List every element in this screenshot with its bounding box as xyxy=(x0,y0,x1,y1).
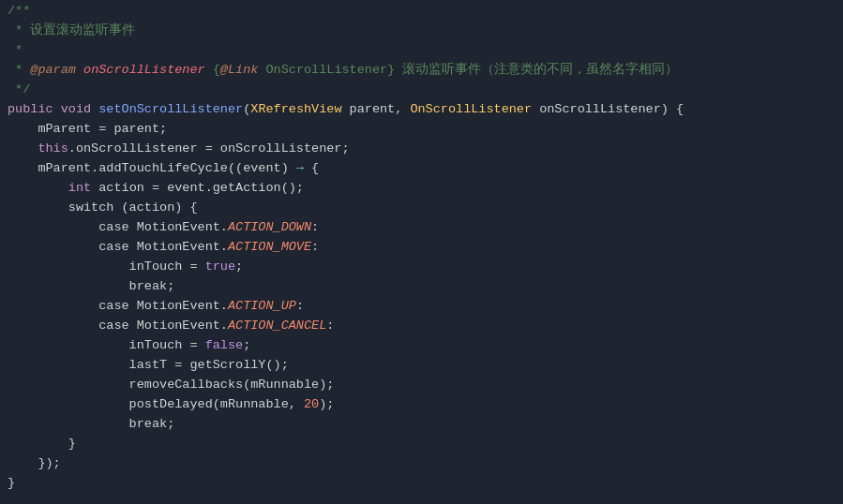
code-token: action = event.getAction(); xyxy=(91,181,304,195)
code-line: removeCallbacks(mRunnable); xyxy=(8,376,843,395)
code-token: case MotionEvent. xyxy=(8,299,228,313)
code-token: public xyxy=(8,102,53,116)
code-token: int xyxy=(68,181,91,195)
code-line: switch (action) { xyxy=(8,199,843,218)
code-line: */ xyxy=(8,81,843,100)
code-token: XRefreshView xyxy=(250,102,341,116)
code-token: * 设置滚动监听事件 xyxy=(8,23,135,37)
code-token: .onScrollListener = onScrollListener; xyxy=(68,141,350,156)
code-token: mParent.addTouchLifeCycle((event) xyxy=(8,161,296,175)
code-token: ACTION_UP xyxy=(228,299,296,313)
code-token: * xyxy=(8,63,30,77)
code-token xyxy=(8,141,38,156)
code-token: case MotionEvent. xyxy=(8,220,228,234)
code-token: @param xyxy=(30,63,76,77)
code-token: * xyxy=(8,43,23,57)
code-line: inTouch = false; xyxy=(8,336,843,356)
code-token: ; xyxy=(243,338,250,352)
code-line: inTouch = true; xyxy=(8,258,843,277)
code-token: mParent = parent; xyxy=(8,122,167,136)
code-editor: /** * 设置滚动监听事件 * * @param onScrollListen… xyxy=(0,0,843,504)
code-token: onScrollListener) { xyxy=(532,102,684,116)
code-line: mParent = parent; xyxy=(8,120,843,140)
code-line: case MotionEvent.ACTION_DOWN: xyxy=(8,218,843,238)
code-token: ); xyxy=(319,397,334,411)
code-token: : xyxy=(326,319,334,333)
code-line: * @param onScrollListener {@Link OnScrol… xyxy=(8,61,843,81)
code-token: break; xyxy=(8,417,174,431)
code-token: ACTION_CANCEL xyxy=(228,319,326,333)
code-token: onScrollListener xyxy=(83,63,205,77)
code-token: case MotionEvent. xyxy=(8,319,228,333)
code-line: postDelayed(mRunnable, 20); xyxy=(8,395,843,415)
code-line: public void setOnScrollListener(XRefresh… xyxy=(8,100,843,120)
code-token: : xyxy=(311,220,319,234)
code-token: inTouch = xyxy=(8,338,205,352)
code-token: ; xyxy=(235,259,243,274)
code-token: parent, xyxy=(342,102,411,116)
code-line: case MotionEvent.ACTION_UP: xyxy=(8,297,843,317)
code-token: → xyxy=(296,161,304,175)
code-line: * xyxy=(8,41,843,61)
code-token xyxy=(76,63,83,77)
code-content: /** * 设置滚动监听事件 * * @param onScrollListen… xyxy=(0,0,843,504)
code-token: 20 xyxy=(304,397,319,411)
code-line: } xyxy=(8,435,843,454)
code-line: * 设置滚动监听事件 xyxy=(8,22,843,41)
code-token: case MotionEvent. xyxy=(8,240,228,254)
code-token: OnScrollListener xyxy=(410,102,532,116)
code-token: : xyxy=(311,240,319,254)
code-token: postDelayed(mRunnable, xyxy=(8,397,304,411)
code-line: /** xyxy=(8,2,843,22)
code-token: inTouch = xyxy=(8,259,205,274)
code-token: setOnScrollListener xyxy=(98,102,243,116)
code-token: { xyxy=(304,161,319,175)
code-line: case MotionEvent.ACTION_CANCEL: xyxy=(8,317,843,336)
code-line: mParent.addTouchLifeCycle((event) → { xyxy=(8,159,843,179)
code-token: this xyxy=(38,141,68,156)
code-token: removeCallbacks(mRunnable); xyxy=(8,378,334,392)
code-token: OnScrollListener} 滚动监听事件（注意类的不同，虽然名字相同） xyxy=(258,63,678,77)
code-token: break; xyxy=(8,279,174,293)
code-line: } xyxy=(8,474,843,494)
code-token: ACTION_DOWN xyxy=(228,220,311,234)
code-token: void xyxy=(61,102,91,116)
code-line: lastT = getScrollY(); xyxy=(8,356,843,376)
code-token: @Link xyxy=(220,63,259,77)
code-line: break; xyxy=(8,277,843,297)
code-line: break; xyxy=(8,415,843,435)
code-line: this.onScrollListener = onScrollListener… xyxy=(8,140,843,159)
code-token: }); xyxy=(8,456,61,470)
code-token: false xyxy=(205,338,244,352)
code-token: switch (action) { xyxy=(8,200,198,215)
code-token: } xyxy=(8,437,76,451)
code-token: */ xyxy=(8,82,30,96)
code-line: }); xyxy=(8,454,843,474)
code-token xyxy=(53,102,61,116)
code-token: } xyxy=(8,476,15,490)
code-token: ACTION_MOVE xyxy=(228,240,311,254)
code-line: int action = event.getAction(); xyxy=(8,179,843,199)
code-token xyxy=(8,181,68,195)
code-token: lastT = getScrollY(); xyxy=(8,358,289,372)
code-line: case MotionEvent.ACTION_MOVE: xyxy=(8,238,843,258)
code-token: { xyxy=(205,63,220,77)
code-token: true xyxy=(205,259,235,274)
code-token: : xyxy=(296,299,304,313)
code-token: /** xyxy=(8,4,30,18)
